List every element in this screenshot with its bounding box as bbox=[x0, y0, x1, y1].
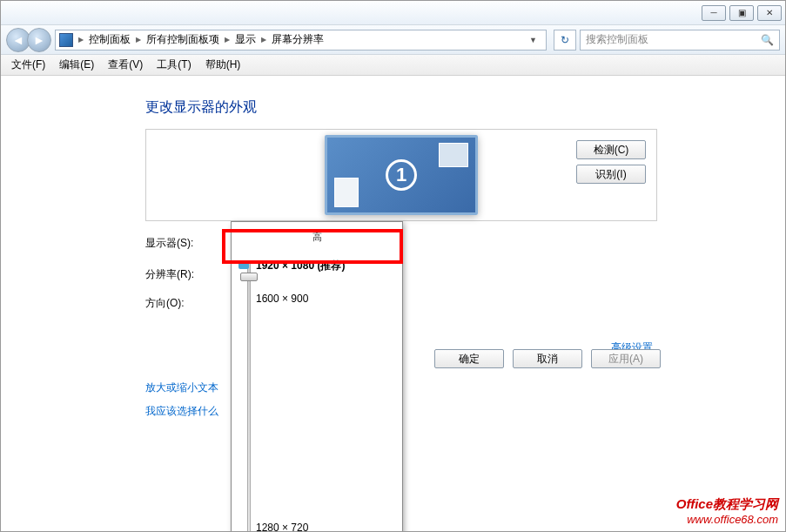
menu-file[interactable]: 文件(F) bbox=[4, 55, 52, 75]
resolution-option[interactable]: 1280 × 720 bbox=[232, 511, 402, 532]
detect-button[interactable]: 检测(C) bbox=[576, 140, 646, 159]
watermark-line1: Office教程学习网 bbox=[676, 496, 778, 513]
page-title: 更改显示器的外观 bbox=[145, 98, 785, 117]
resolution-dropdown-panel: 高 1920 × 1080 (推荐) 1600 × 900 1280 × 720 bbox=[231, 221, 403, 532]
breadcrumb-item[interactable]: 显示 bbox=[232, 30, 259, 49]
monitor-thumbnail[interactable]: 1 bbox=[325, 135, 478, 215]
window-titlebar: ─ ▣ ✕ bbox=[1, 1, 785, 25]
breadcrumb-item[interactable]: 控制面板 bbox=[85, 30, 134, 49]
resolution-option[interactable]: 1600 × 900 bbox=[232, 282, 402, 315]
display-preview: 1 检测(C) 识别(I) bbox=[145, 129, 657, 221]
forward-button[interactable]: ► bbox=[27, 28, 51, 52]
menu-edit[interactable]: 编辑(E) bbox=[52, 55, 101, 75]
identify-button[interactable]: 识别(I) bbox=[576, 165, 646, 184]
monitor-number: 1 bbox=[386, 159, 417, 191]
resolution-label: 分辨率(R): bbox=[145, 267, 231, 282]
navigation-bar: ◄ ► ▶ 控制面板 ▶ 所有控制面板项 ▶ 显示 ▶ 屏幕分辨率 ▼ ↻ 搜索… bbox=[1, 25, 785, 55]
resolution-option-label: 1280 × 720 bbox=[256, 522, 308, 532]
menu-tools[interactable]: 工具(T) bbox=[150, 55, 198, 75]
chevron-right-icon: ▶ bbox=[259, 36, 268, 44]
search-placeholder: 搜索控制面板 bbox=[586, 32, 648, 47]
search-icon: 🔍 bbox=[761, 34, 774, 46]
search-input[interactable]: 搜索控制面板 🔍 bbox=[580, 30, 780, 51]
refresh-button[interactable]: ↻ bbox=[554, 30, 576, 51]
monitor-preview-window-icon bbox=[334, 178, 359, 207]
chevron-right-icon: ▶ bbox=[134, 36, 143, 44]
preview-side-buttons: 检测(C) 识别(I) bbox=[576, 140, 646, 184]
close-button[interactable]: ✕ bbox=[757, 5, 782, 21]
ok-button[interactable]: 确定 bbox=[434, 349, 504, 368]
resolution-option-label: 1920 × 1080 (推荐) bbox=[256, 259, 345, 273]
watermark: Office教程学习网 www.office68.com bbox=[676, 496, 778, 526]
minimize-button[interactable]: ─ bbox=[702, 5, 726, 21]
breadcrumb-item[interactable]: 所有控制面板项 bbox=[143, 30, 223, 49]
monitor-preview-window-icon bbox=[439, 143, 468, 167]
resolution-option-label: 1600 × 900 bbox=[256, 293, 308, 305]
chevron-right-icon: ▶ bbox=[77, 36, 85, 44]
resolution-option[interactable]: 1920 × 1080 (推荐) bbox=[232, 249, 402, 282]
breadcrumb-item[interactable]: 屏幕分辨率 bbox=[268, 30, 327, 49]
menu-help[interactable]: 帮助(H) bbox=[198, 55, 248, 75]
orientation-label: 方向(O): bbox=[145, 296, 231, 311]
current-resolution-marker-icon bbox=[238, 262, 249, 269]
control-panel-icon bbox=[59, 33, 73, 47]
display-label: 显示器(S): bbox=[145, 236, 231, 251]
maximize-button[interactable]: ▣ bbox=[729, 5, 754, 21]
dialog-buttons: 确定 取消 应用(A) bbox=[434, 349, 661, 368]
address-dropdown-icon[interactable]: ▼ bbox=[524, 36, 542, 44]
menu-bar: 文件(F) 编辑(E) 查看(V) 工具(T) 帮助(H) bbox=[1, 55, 785, 76]
cancel-button[interactable]: 取消 bbox=[513, 349, 582, 368]
nav-arrows: ◄ ► bbox=[6, 28, 48, 52]
apply-button[interactable]: 应用(A) bbox=[591, 349, 661, 368]
address-bar[interactable]: ▶ 控制面板 ▶ 所有控制面板项 ▶ 显示 ▶ 屏幕分辨率 ▼ bbox=[55, 30, 547, 51]
res-slider-high-label: 高 bbox=[232, 231, 402, 244]
chevron-right-icon: ▶ bbox=[223, 36, 232, 44]
menu-view[interactable]: 查看(V) bbox=[101, 55, 150, 75]
watermark-line2: www.office68.com bbox=[676, 513, 778, 526]
